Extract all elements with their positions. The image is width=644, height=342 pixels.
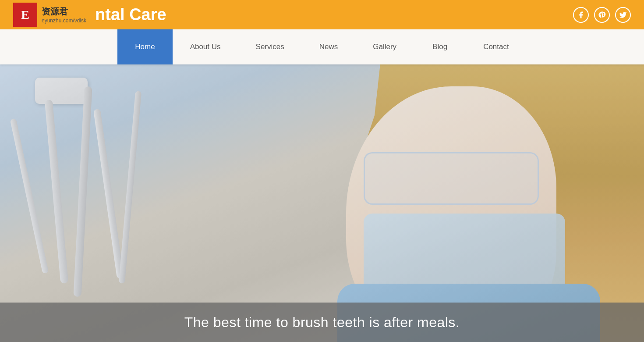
logo-url: eyunzhu.com/vdisk bbox=[42, 18, 86, 24]
nav-about[interactable]: About Us bbox=[173, 29, 238, 64]
topbar: E 资源君 eyunzhu.com/vdisk ntal Care bbox=[0, 0, 644, 29]
logo-box: E bbox=[13, 3, 37, 27]
caption-bar: The best time to brush teeth is after me… bbox=[0, 303, 644, 342]
navbar: Home About Us Services News Gallery Blog… bbox=[0, 29, 644, 64]
facebook-icon[interactable] bbox=[573, 7, 589, 23]
logo-letter: E bbox=[21, 8, 29, 22]
hero-tint bbox=[0, 64, 644, 342]
nav-contact[interactable]: Contact bbox=[466, 29, 527, 64]
nav-home[interactable]: Home bbox=[117, 29, 172, 64]
nav-gallery[interactable]: Gallery bbox=[355, 29, 414, 64]
nav-news[interactable]: News bbox=[302, 29, 356, 64]
twitter-icon[interactable] bbox=[615, 7, 631, 23]
social-icons bbox=[573, 7, 631, 23]
logo-area: E 资源君 eyunzhu.com/vdisk ntal Care bbox=[13, 3, 166, 27]
logo-text-area: 资源君 eyunzhu.com/vdisk bbox=[42, 6, 86, 24]
pinterest-icon[interactable] bbox=[594, 7, 610, 23]
hero-section: The best time to brush teeth is after me… bbox=[0, 64, 644, 342]
logo-chinese: 资源君 bbox=[42, 6, 86, 18]
site-title: ntal Care bbox=[95, 5, 166, 24]
nav-services[interactable]: Services bbox=[238, 29, 302, 64]
hero-caption: The best time to brush teeth is after me… bbox=[184, 314, 460, 331]
nav-blog[interactable]: Blog bbox=[414, 29, 466, 64]
